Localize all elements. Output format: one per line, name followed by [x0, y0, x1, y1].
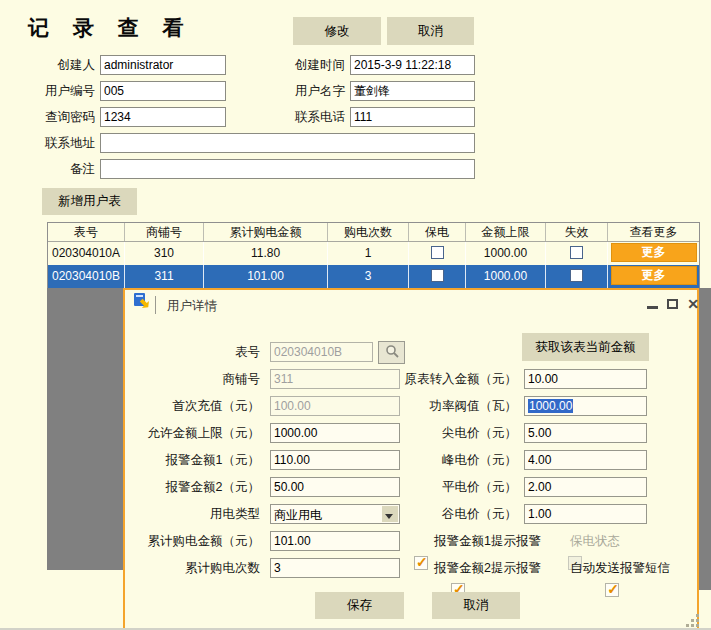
elec-type-label: 用电类型 [125, 504, 260, 524]
user-name-label: 用户名字 [250, 81, 345, 101]
user-details-dialog: 用户详情 ✕ 获取该表当前金额 表号 商铺号 原表转入金额（元） 首次充值（元）… [123, 288, 699, 630]
get-current-amount-button[interactable]: 获取该表当前金额 [522, 333, 649, 361]
col-header-meter-no[interactable]: 表号 [48, 223, 125, 241]
modify-button[interactable]: 修改 [293, 17, 381, 45]
col-header-view-more[interactable]: 查看更多 [608, 223, 699, 241]
alarm1-notify-label: 报警金额1提示报警 [434, 532, 541, 550]
dialog-cancel-button[interactable]: 取消 [432, 592, 520, 619]
cell-shop-no: 311 [125, 265, 204, 288]
alarm2-notify-label: 报警金额2提示报警 [434, 559, 541, 577]
minimize-button[interactable] [645, 296, 661, 312]
table-row[interactable]: 020304010A 310 11.80 1 1000.00 更多 [48, 242, 699, 265]
maximize-button[interactable] [665, 296, 681, 312]
flat-price-input[interactable] [524, 477, 647, 497]
maximize-icon [667, 299, 678, 309]
cell-purchase-count: 1 [328, 242, 409, 265]
creator-input[interactable] [100, 55, 226, 75]
col-header-invalid[interactable]: 失效 [546, 223, 608, 241]
auto-sms-label: 自动发送报警短信 [570, 559, 670, 577]
table-row[interactable]: 020304010B 311 101.00 3 1000.00 更多 [48, 265, 699, 288]
sharp-price-input[interactable] [524, 423, 647, 443]
search-icon [385, 344, 399, 358]
resize-grip[interactable] [686, 614, 699, 627]
total-purchase-input[interactable] [270, 531, 400, 551]
invalid-checkbox[interactable] [570, 246, 583, 259]
cell-total-amount: 101.00 [204, 265, 328, 288]
alarm1-label: 报警金额1（元） [125, 450, 260, 470]
power-threshold-input[interactable]: 1000.00 [524, 396, 647, 416]
elec-type-value: 商业用电 [274, 507, 322, 524]
more-button[interactable]: 更多 [611, 243, 697, 262]
backdrop-panel-left [47, 288, 123, 570]
user-name-input[interactable] [350, 81, 475, 101]
power-protect-checkbox[interactable] [431, 246, 444, 259]
add-meter-button[interactable]: 新增用户表 [42, 188, 137, 215]
alarm1-notify-checkbox[interactable] [414, 556, 428, 570]
meter-table: 表号 商铺号 累计购电金额 购电次数 保电 金额上限 失效 查看更多 02030… [47, 222, 700, 289]
col-header-power-protect[interactable]: 保电 [409, 223, 466, 241]
address-input[interactable] [100, 133, 475, 153]
user-no-label: 用户编号 [0, 81, 95, 101]
sharp-price-label: 尖电价（元） [355, 423, 517, 443]
cell-meter-no: 020304010A [48, 242, 125, 265]
power-threshold-label: 功率阀值（瓦） [355, 396, 517, 416]
purchase-count-label: 累计购电次数 [125, 558, 260, 578]
shop-no-label: 商铺号 [125, 369, 260, 389]
save-button[interactable]: 保存 [315, 592, 404, 619]
app-window: 记 录 查 看 修改 取消 创建人 用户编号 查询密码 联系地址 备注 创建时间… [0, 0, 711, 630]
cell-total-amount: 11.80 [204, 242, 328, 265]
purchase-count-input[interactable] [270, 558, 400, 578]
user-no-input[interactable] [100, 81, 226, 101]
page-title: 记 录 查 看 [28, 14, 193, 42]
total-purchase-label: 累计购电金额（元） [125, 531, 260, 551]
phone-input[interactable] [350, 107, 475, 127]
first-recharge-label: 首次充值（元） [125, 396, 260, 416]
protect-status-label: 保电状态 [570, 532, 620, 550]
created-time-input[interactable] [350, 55, 475, 75]
col-header-amount-limit[interactable]: 金额上限 [466, 223, 546, 241]
cell-amount-limit: 1000.00 [466, 242, 546, 265]
search-meter-button[interactable] [378, 341, 405, 364]
peak-price-label: 峰电价（元） [355, 450, 517, 470]
query-password-input[interactable] [100, 107, 226, 127]
table-header-row: 表号 商铺号 累计购电金额 购电次数 保电 金额上限 失效 查看更多 [48, 223, 699, 242]
cell-shop-no: 310 [125, 242, 204, 265]
title-separator [155, 296, 156, 314]
backdrop-panel-right [699, 288, 711, 590]
cell-purchase-count: 3 [328, 265, 409, 288]
meter-no-input[interactable] [270, 342, 373, 362]
created-time-label: 创建时间 [250, 55, 345, 75]
flat-price-label: 平电价（元） [355, 477, 517, 497]
remark-input[interactable] [100, 159, 475, 179]
remark-label: 备注 [0, 159, 95, 179]
query-password-label: 查询密码 [0, 107, 95, 127]
auto-sms-checkbox[interactable] [605, 583, 619, 597]
peak-price-input[interactable] [524, 450, 647, 470]
alarm2-label: 报警金额2（元） [125, 477, 260, 497]
cancel-button[interactable]: 取消 [387, 17, 474, 45]
valley-price-input[interactable] [524, 504, 647, 524]
col-header-shop-no[interactable]: 商铺号 [125, 223, 204, 241]
phone-label: 联系电话 [250, 107, 345, 127]
close-button[interactable]: ✕ [685, 296, 701, 312]
dialog-title: 用户详情 [167, 298, 217, 315]
invalid-checkbox[interactable] [570, 269, 583, 282]
col-header-total-amount[interactable]: 累计购电金额 [204, 223, 328, 241]
amount-limit-label: 允许金额上限（元） [125, 423, 260, 443]
minimize-icon [647, 306, 658, 309]
dialog-titlebar[interactable]: 用户详情 ✕ [125, 290, 697, 320]
cell-meter-no: 020304010B [48, 265, 125, 288]
meter-no-label: 表号 [125, 342, 260, 362]
transfer-amount-input[interactable] [524, 369, 647, 389]
creator-label: 创建人 [0, 55, 95, 75]
col-header-purchase-count[interactable]: 购电次数 [328, 223, 409, 241]
address-label: 联系地址 [0, 133, 95, 153]
selected-text: 1000.00 [528, 399, 573, 413]
form-icon [133, 293, 151, 311]
valley-price-label: 谷电价（元） [355, 504, 517, 524]
more-button[interactable]: 更多 [611, 266, 697, 285]
transfer-amount-label: 原表转入金额（元） [355, 369, 517, 389]
cell-amount-limit: 1000.00 [466, 265, 546, 288]
power-protect-checkbox[interactable] [431, 269, 444, 282]
